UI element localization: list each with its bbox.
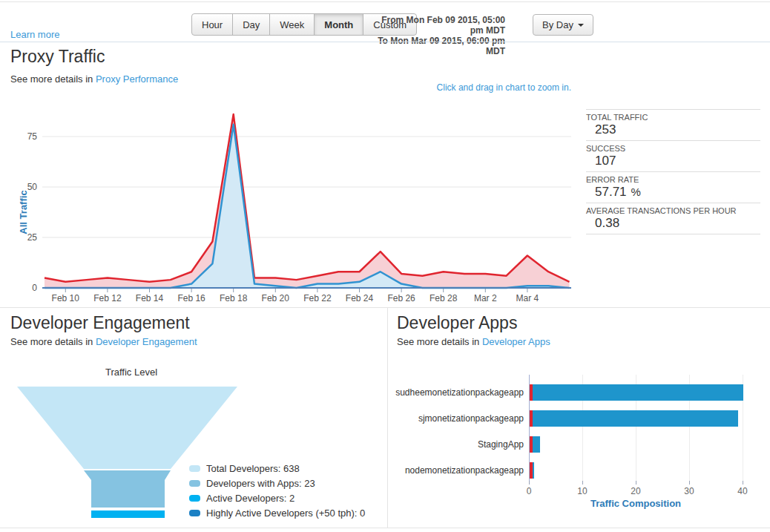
- dev-engagement-link[interactable]: Developer Engagement: [96, 336, 197, 347]
- x-tick: [636, 481, 636, 485]
- y-tick-label: 75: [27, 131, 38, 142]
- legend-swatch-icon: [189, 480, 200, 487]
- x-tick-label: Feb 16: [177, 293, 205, 303]
- caret-down-icon: [578, 24, 584, 27]
- y-tick-label: 0: [32, 283, 37, 293]
- date-to: To Mon Mar 09 2015, 06:00 pm MDT: [367, 36, 505, 56]
- stat-value: 0.38: [586, 216, 760, 231]
- stat-avg-tph: AVERAGE TRANSACTIONS PER HOUR 0.38: [586, 203, 760, 234]
- x-tick-label: 10: [567, 486, 597, 496]
- x-tick-label: 40: [728, 486, 757, 496]
- legend-label: Highly Active Developers (+50 tph): 0: [206, 508, 365, 519]
- x-tick-label: Mar 2: [474, 293, 497, 303]
- top-border: [0, 1, 770, 2]
- analytics-dashboard: Learn more HourDayWeekMonthCustom From M…: [0, 0, 770, 532]
- dev-engagement-subtitle: See more details in Developer Engagement: [10, 336, 197, 347]
- legend-row: Highly Active Developers (+50 tph): 0: [189, 505, 365, 520]
- bar: [530, 436, 540, 453]
- granularity-dropdown-button[interactable]: By Day: [533, 14, 593, 36]
- dev-apps-link[interactable]: Developer Apps: [482, 336, 550, 347]
- stat-total-traffic: TOTAL TRAFFIC 253: [586, 109, 760, 140]
- x-tick-label: Feb 28: [430, 293, 458, 303]
- x-tick-label: Feb 22: [303, 293, 332, 303]
- range-button-hour[interactable]: Hour: [191, 13, 233, 36]
- section-divider: [0, 307, 770, 308]
- toolbar-divider: [0, 42, 770, 42]
- x-tick: [743, 481, 743, 485]
- proxy-traffic-title: Proxy Traffic: [10, 47, 105, 67]
- legend-swatch-icon: [189, 510, 200, 516]
- stat-value: 253: [586, 122, 760, 137]
- bar-label: sudheemonetizationpackageapp: [393, 387, 524, 398]
- proxy-traffic-subtitle: See more details in Proxy Performance: [10, 73, 178, 85]
- granularity-label: By Day: [542, 19, 573, 30]
- dev-apps-title: Developer Apps: [397, 313, 517, 333]
- date-from: From Mon Feb 09 2015, 05:00 pm MDT: [367, 15, 505, 36]
- bar: [530, 462, 534, 479]
- x-tick-label: Feb 10: [52, 293, 80, 303]
- learn-more-link[interactable]: Learn more: [10, 29, 59, 40]
- range-button-month[interactable]: Month: [314, 13, 363, 36]
- date-range-text: From Mon Feb 09 2015, 05:00 pm MDT To Mo…: [367, 15, 505, 56]
- proxy-performance-link[interactable]: Proxy Performance: [96, 73, 178, 85]
- proxy-traffic-stats: TOTAL TRAFFIC 253 SUCCESS 107 ERROR RATE…: [586, 109, 760, 234]
- bar: [530, 384, 743, 401]
- x-tick-label: 30: [674, 486, 704, 496]
- x-tick-label: Feb 20: [262, 293, 290, 303]
- stat-label: AVERAGE TRANSACTIONS PER HOUR: [586, 206, 760, 216]
- x-tick: [529, 481, 530, 485]
- funnel-title: Traffic Level: [45, 367, 218, 378]
- stat-label: TOTAL TRAFFIC: [586, 112, 760, 122]
- stat-value: 107: [586, 154, 760, 168]
- proxy-traffic-chart[interactable]: Feb 10Feb 12Feb 14Feb 16Feb 18Feb 20Feb …: [0, 109, 579, 303]
- vertical-divider: [387, 308, 388, 528]
- legend-label: Total Developers: 638: [206, 463, 300, 474]
- legend-label: Developers with Apps: 23: [206, 478, 315, 489]
- x-tick-label: Mar 4: [516, 293, 539, 303]
- legend-swatch-icon: [189, 465, 200, 472]
- bar-segment-traffic: [533, 410, 738, 427]
- chart-zoom-hint: Click and drag in chart to zoom in.: [349, 82, 571, 93]
- x-tick-label: 0: [514, 486, 544, 496]
- bottom-border: [0, 528, 770, 528]
- x-tick: [582, 481, 583, 485]
- y-axis-title: All Traffic: [18, 190, 29, 234]
- developer-apps-chart: Traffic Composition sudheemonetizationpa…: [393, 375, 764, 516]
- total-traffic-line: [45, 114, 570, 282]
- subtitle-text: See more details in: [10, 73, 96, 85]
- bar-label: StagingApp: [393, 439, 524, 450]
- subtitle-text: See more details in: [10, 336, 96, 347]
- legend-row: Total Developers: 638: [189, 461, 365, 476]
- success-area: [45, 125, 570, 288]
- funnel-segment: [84, 470, 171, 508]
- legend-row: Active Developers: 2: [189, 490, 365, 505]
- x-tick: [689, 481, 690, 485]
- x-tick-label: Feb 14: [136, 293, 164, 303]
- subtitle-text: See more details in: [397, 336, 482, 347]
- x-tick-label: Feb 26: [387, 293, 415, 303]
- bar-label: sjmonetizationpackageapp: [393, 413, 524, 424]
- stat-success: SUCCESS 107: [586, 140, 760, 171]
- x-tick-label: Feb 12: [93, 293, 122, 303]
- bar-row: sudheemonetizationpackageapp: [393, 379, 764, 405]
- dev-apps-subtitle: See more details in Developer Apps: [397, 336, 550, 347]
- funnel-legend: Total Developers: 638Developers with App…: [189, 461, 365, 520]
- stat-error-rate: ERROR RATE 57.71%: [586, 171, 760, 203]
- legend-row: Developers with Apps: 23: [189, 476, 365, 490]
- bar-segment-traffic: [533, 436, 541, 453]
- bar-row: nodemonetizationpackageapp: [393, 457, 764, 483]
- success-line: [45, 125, 570, 288]
- bar-segment-traffic: [533, 462, 535, 479]
- legend-label: Active Developers: 2: [206, 493, 294, 504]
- bar: [530, 410, 738, 427]
- dev-engagement-title: Developer Engagement: [10, 313, 190, 333]
- bar-row: StagingApp: [393, 431, 764, 457]
- bar-row: sjmonetizationpackageapp: [393, 405, 764, 431]
- legend-swatch-icon: [189, 495, 200, 502]
- stat-label: SUCCESS: [586, 143, 760, 154]
- x-tick-label: Feb 18: [220, 293, 248, 303]
- range-button-week[interactable]: Week: [269, 13, 315, 36]
- bar-chart-xlabel: Traffic Composition: [562, 498, 710, 509]
- x-tick-label: 20: [621, 486, 651, 496]
- range-button-day[interactable]: Day: [232, 13, 270, 36]
